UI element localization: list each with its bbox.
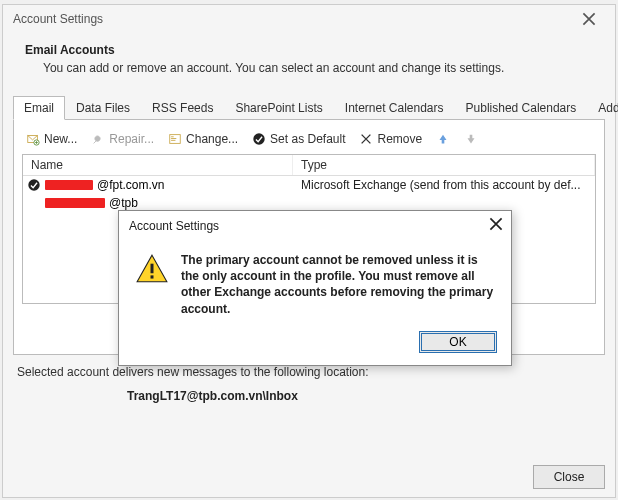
account-suffix: @fpt.com.vn [97,178,165,192]
move-up-button[interactable] [432,130,454,148]
column-type[interactable]: Type [293,155,595,175]
header-subtitle: You can add or remove an account. You ca… [43,61,593,75]
toolbar: New... Repair... Change... Set as Defaul… [22,128,596,154]
tab-label: Internet Calendars [345,101,444,115]
window-title: Account Settings [13,12,569,26]
remove-button[interactable]: Remove [355,130,426,148]
tab-sharepoint-lists[interactable]: SharePoint Lists [224,96,333,120]
svg-point-7 [28,179,39,190]
set-default-button[interactable]: Set as Default [248,130,349,148]
account-suffix: @tpb [109,196,138,210]
tab-published-calendars[interactable]: Published Calendars [455,96,588,120]
tab-data-files[interactable]: Data Files [65,96,141,120]
header-title: Email Accounts [25,43,593,57]
arrow-up-icon [436,132,450,146]
svg-point-6 [253,133,264,144]
column-name[interactable]: Name [23,155,293,175]
dialog-message: The primary account cannot be removed un… [181,252,495,317]
move-down-button[interactable] [460,130,482,148]
cell-type: Microsoft Exchange (send from this accou… [293,178,595,192]
warning-icon [135,252,169,317]
button-label: Close [554,470,585,484]
cell-name: @tpb [23,196,293,210]
close-icon [582,12,596,26]
table-header: Name Type [23,155,595,176]
tab-address-books[interactable]: Address Books [587,96,618,120]
close-button[interactable]: Close [533,465,605,489]
tabs: Email Data Files RSS Feeds SharePoint Li… [13,95,605,120]
error-dialog: Account Settings The primary account can… [118,210,512,366]
toolbar-label: New... [44,132,77,146]
repair-icon [91,132,105,146]
header: Email Accounts You can add or remove an … [3,33,615,89]
dialog-body: The primary account cannot be removed un… [119,240,511,325]
svg-rect-9 [151,275,154,278]
footer: Close [533,465,605,489]
dialog-title: Account Settings [129,219,489,233]
toolbar-label: Repair... [109,132,154,146]
tab-label: Published Calendars [466,101,577,115]
tab-internet-calendars[interactable]: Internet Calendars [334,96,455,120]
svg-rect-5 [171,140,175,141]
redacted-text [45,198,105,208]
tab-label: Data Files [76,101,130,115]
close-icon [489,217,503,231]
svg-rect-4 [171,138,176,139]
arrow-down-icon [464,132,478,146]
titlebar: Account Settings [3,5,615,33]
delivery-line: Selected account delivers new messages t… [17,365,601,379]
window-close-button[interactable] [569,7,609,31]
repair-button[interactable]: Repair... [87,130,158,148]
change-icon [168,132,182,146]
change-button[interactable]: Change... [164,130,242,148]
remove-icon [359,132,373,146]
dialog-footer: OK [119,325,511,365]
tab-rss-feeds[interactable]: RSS Feeds [141,96,224,120]
tab-email[interactable]: Email [13,96,65,120]
tab-label: Email [24,101,54,115]
dialog-close-button[interactable] [489,217,503,234]
button-label: OK [449,335,466,349]
table-row[interactable]: @fpt.com.vn Microsoft Exchange (send fro… [23,176,595,194]
tab-label: Address Books [598,101,618,115]
delivery-location: TrangLT17@tpb.com.vn\Inbox [127,389,601,403]
toolbar-label: Set as Default [270,132,345,146]
redacted-text [45,180,93,190]
delivery-info: Selected account delivers new messages t… [17,365,601,403]
new-icon [26,132,40,146]
svg-rect-8 [151,264,154,274]
cell-name: @fpt.com.vn [23,178,293,192]
default-check-icon [27,178,41,192]
new-button[interactable]: New... [22,130,81,148]
tab-label: SharePoint Lists [235,101,322,115]
ok-button[interactable]: OK [419,331,497,353]
toolbar-label: Remove [377,132,422,146]
check-circle-icon [252,132,266,146]
toolbar-label: Change... [186,132,238,146]
svg-rect-3 [171,136,174,137]
dialog-titlebar: Account Settings [119,211,511,240]
tab-label: RSS Feeds [152,101,213,115]
